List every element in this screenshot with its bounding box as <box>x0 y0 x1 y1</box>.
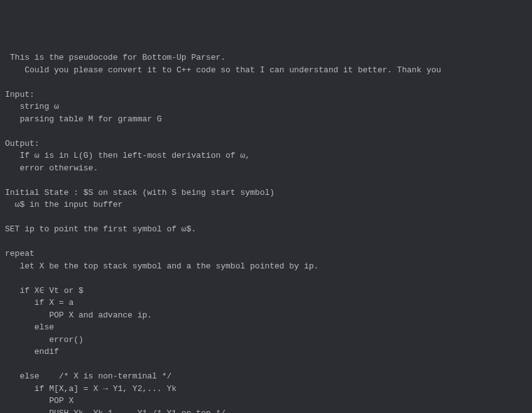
code-line: SET ip to point the first symbol of ω$. <box>5 224 196 234</box>
code-line: let X be the top stack symbol and a the … <box>5 262 318 271</box>
pseudocode-block: This is the pseudocode for Bottom-Up Par… <box>5 52 527 413</box>
code-line: error otherwise. <box>5 163 98 173</box>
code-line: POP X and advance ip. <box>5 311 152 320</box>
code-line: endif <box>5 347 59 356</box>
code-line: This is the pseudocode for Bottom-Up Par… <box>5 53 225 62</box>
code-line: else <box>5 322 54 332</box>
code-line: if X∈ Vt or $ <box>5 286 84 295</box>
code-line: Output: <box>5 139 40 148</box>
code-line: else /* X is non-terminal */ <box>5 372 171 381</box>
code-line: repeat <box>5 249 35 258</box>
code-line: Could you please convert it to C++ code … <box>5 65 441 75</box>
code-line: POP X <box>5 396 73 405</box>
code-line: if X = a <box>5 298 73 307</box>
code-line: Initial State : $S on stack (with S bein… <box>5 188 274 197</box>
code-line: Input: <box>5 90 35 99</box>
code-line: if M[X,a] = X → Y1, Y2,... Yk <box>5 384 176 394</box>
code-line: string ω <box>5 102 59 111</box>
code-line: If ω is in L(G) then left-most derivatio… <box>5 151 250 160</box>
code-line: ω$ in the input buffer <box>5 200 122 209</box>
code-line: PUSH Yk, Yk-1,... Y1 /* Y1 on top */ <box>5 409 225 414</box>
code-line: parsing table M for grammar G <box>5 114 162 124</box>
code-line: error() <box>5 335 84 344</box>
